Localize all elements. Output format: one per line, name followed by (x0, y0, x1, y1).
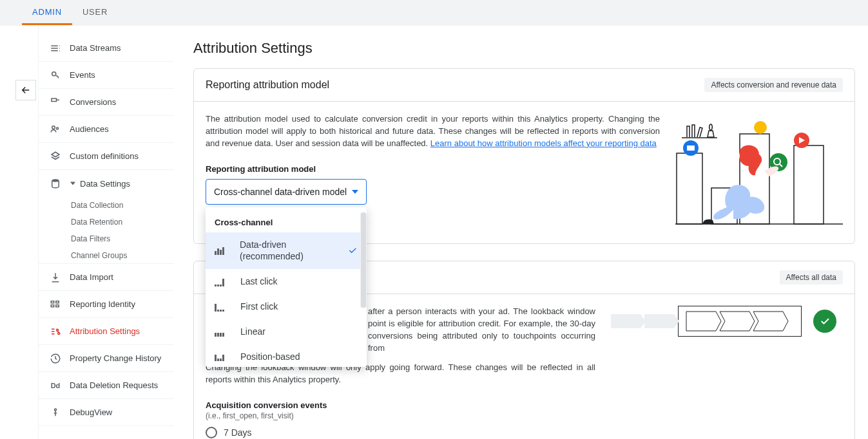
sidebar-item-reporting-identity[interactable]: Reporting Identity (39, 291, 174, 318)
sidebar: Data Streams Events Conversions Audience… (39, 26, 174, 439)
svg-point-10 (55, 409, 57, 411)
top-tabs: ADMIN USER (0, 0, 868, 26)
attribution-settings-icon (49, 325, 62, 338)
menu-group-header: Cross-channel (206, 212, 367, 232)
sidebar-item-label: Data Import (70, 272, 113, 282)
sidebar-item-events[interactable]: Events (39, 62, 174, 89)
svg-rect-6 (56, 301, 59, 303)
svg-rect-14 (794, 145, 824, 224)
sidebar-item-label: Data Streams (70, 43, 121, 53)
dropdown-value: Cross-channel data-driven model (214, 187, 347, 197)
caret-down-icon (70, 180, 76, 187)
svg-rect-18 (687, 145, 695, 151)
svg-point-2 (57, 127, 59, 129)
field-label: Acquisition conversion events (206, 400, 595, 410)
sidebar-item-label: Property Change History (70, 353, 161, 363)
attribution-illustration (675, 113, 843, 229)
back-button[interactable] (15, 80, 36, 100)
sidebar-item-label: Reporting Identity (70, 299, 135, 309)
radio-label: 7 Days (224, 427, 252, 438)
sidebar-item-label: DebugView (70, 407, 112, 417)
radio-7-days[interactable]: 7 Days (206, 427, 595, 438)
menu-item-label: Last click (240, 276, 278, 288)
affects-badge: Affects conversion and revenue data (704, 78, 843, 92)
svg-point-3 (52, 179, 59, 182)
sidebar-item-label: Events (70, 70, 95, 80)
sidebar-item-label: Attribution Settings (70, 326, 140, 336)
svg-point-19 (754, 121, 767, 134)
arrow-left-icon (20, 84, 32, 96)
chart-bar-icon (215, 277, 229, 286)
menu-item-data-driven[interactable]: Data-driven (recommended) (206, 232, 367, 270)
svg-point-8 (57, 329, 59, 331)
sidebar-item-property-change-history[interactable]: Property Change History (39, 345, 174, 372)
sidebar-item-data-streams[interactable]: Data Streams (39, 35, 174, 62)
menu-item-linear[interactable]: Linear (206, 319, 367, 344)
field-label: Reporting attribution model (206, 164, 660, 174)
check-icon (347, 245, 358, 256)
attribution-model-dropdown[interactable]: Cross-channel data-driven model (206, 179, 367, 205)
svg-point-1 (52, 126, 55, 129)
main-content: Attribution Settings Reporting attributi… (174, 26, 868, 439)
page-title: Attribution Settings (193, 40, 855, 57)
menu-item-position-based[interactable]: Position-based (206, 344, 367, 367)
card-title: Reporting attribution model (206, 79, 329, 91)
menu-item-label: Linear (240, 326, 265, 338)
sidebar-item-conversions[interactable]: Conversions (39, 89, 174, 116)
svg-point-0 (52, 71, 56, 75)
svg-rect-12 (677, 153, 702, 224)
menu-item-label: Data-driven (recommended) (240, 239, 347, 263)
sidebar-item-label: Data Deletion Requests (70, 380, 158, 390)
attribution-model-menu: Cross-channel Data-driven (recommended) (206, 207, 367, 367)
sidebar-item-data-settings[interactable]: Data Settings (39, 170, 174, 197)
conversions-icon (49, 96, 62, 109)
sidebar-item-debugview[interactable]: DebugView (39, 399, 174, 426)
menu-item-label: Position-based (240, 351, 300, 363)
sidebar-sub-channel-groups[interactable]: Channel Groups (39, 247, 174, 264)
tab-admin[interactable]: ADMIN (22, 7, 72, 25)
menu-item-first-click[interactable]: First click (206, 294, 367, 319)
svg-point-9 (58, 332, 60, 334)
sidebar-item-label: Custom definitions (70, 151, 139, 161)
card-description: The attribution model used to calculate … (206, 113, 660, 150)
sidebar-item-data-import[interactable]: Data Import (39, 264, 174, 291)
history-icon (49, 352, 62, 365)
sidebar-item-attribution-settings[interactable]: Attribution Settings (39, 318, 174, 345)
menu-item-label: First click (240, 301, 278, 313)
data-streams-icon (49, 42, 62, 55)
sidebar-item-audiences[interactable]: Audiences (39, 116, 174, 143)
reporting-identity-icon (49, 298, 62, 311)
menu-scrollbar[interactable] (360, 212, 367, 308)
lookback-illustration (611, 306, 843, 337)
events-icon (49, 69, 62, 82)
menu-item-last-click[interactable]: Last click (206, 269, 367, 294)
sidebar-sub-data-retention[interactable]: Data Retention (39, 214, 174, 230)
chart-bar-icon (215, 328, 229, 337)
sidebar-item-custom-definitions[interactable]: Custom definitions (39, 143, 174, 170)
chart-bar-icon (215, 246, 228, 255)
chart-bar-icon (215, 303, 229, 312)
caret-down-icon (352, 189, 358, 195)
field-sublabel: (i.e., first_open, first_visit) (206, 411, 595, 420)
sidebar-sub-data-collection[interactable]: Data Collection (39, 197, 174, 214)
tab-user[interactable]: USER (72, 7, 118, 25)
learn-more-link[interactable]: Learn about how attribution models affec… (430, 138, 657, 148)
custom-definitions-icon (49, 150, 62, 163)
audiences-icon (49, 123, 62, 136)
radio-icon (206, 427, 217, 438)
sidebar-item-label: Conversions (70, 97, 116, 107)
check-circle-icon (813, 310, 836, 333)
sidebar-item-label: Audiences (70, 124, 109, 134)
sidebar-sub-data-filters[interactable]: Data Filters (39, 230, 174, 247)
data-deletion-icon: Dd (49, 379, 62, 392)
affects-badge: Affects all data (780, 270, 844, 285)
sidebar-item-label: Data Settings (80, 179, 130, 189)
back-column (0, 26, 39, 439)
svg-rect-7 (56, 304, 59, 306)
sidebar-item-data-deletion-requests[interactable]: Dd Data Deletion Requests (39, 372, 174, 399)
svg-rect-4 (51, 301, 54, 303)
data-import-icon (49, 271, 62, 284)
svg-rect-5 (51, 304, 54, 306)
debugview-icon (49, 406, 62, 419)
reporting-attribution-model-card: Reporting attribution model Affects conv… (193, 68, 855, 244)
